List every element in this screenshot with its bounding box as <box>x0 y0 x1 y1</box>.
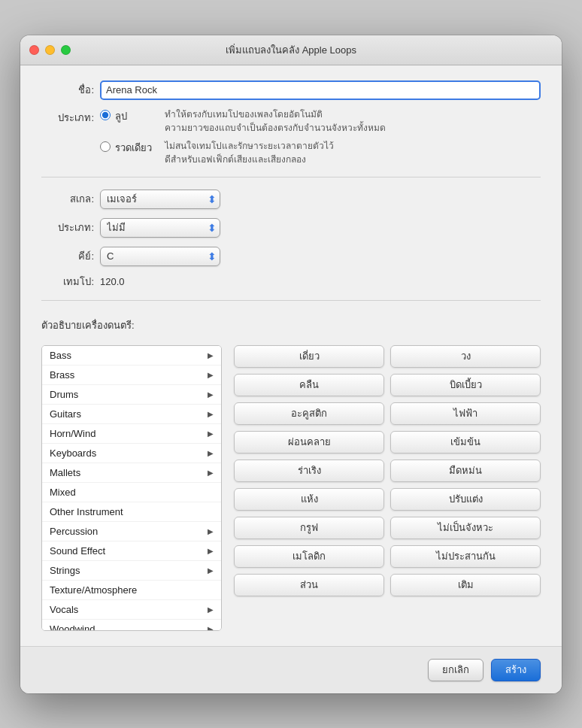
tag-button[interactable]: เข้มข้น <box>390 431 541 453</box>
instrument-item[interactable]: Bass▶ <box>42 346 221 366</box>
chevron-right-icon: ▶ <box>208 449 214 457</box>
instrument-item[interactable]: Other Instrument <box>42 502 221 522</box>
chevron-right-icon: ▶ <box>208 371 214 379</box>
tag-button[interactable]: บิดเบี้ยว <box>390 374 541 396</box>
key-label: คีย์: <box>41 248 94 264</box>
tag-button[interactable]: คลืน <box>234 374 384 396</box>
instrument-item[interactable]: Woodwind▶ <box>42 620 221 631</box>
tag-button[interactable]: อะคูสติก <box>234 402 384 425</box>
titlebar: เพิ่มแถบลงในคลัง Apple Loops <box>20 35 562 65</box>
tag-button[interactable]: ไฟฟ้า <box>390 402 541 425</box>
chevron-right-icon: ▶ <box>208 605 214 614</box>
scale-select[interactable]: เมเจอร์ ไมเนอร์ ทั้งหมด ไม่มี <box>100 190 220 209</box>
instrument-item[interactable]: Mixed <box>42 483 221 502</box>
instrument-item-label: Strings <box>50 565 80 576</box>
divider-2 <box>41 300 541 301</box>
oneshot-desc: ไม่สนใจเทมโปและรักษาระยะเวลาตายตัวไว้ ดี… <box>165 139 334 166</box>
bottom-bar: ยกเลิก สร้าง <box>20 646 562 693</box>
instrument-item[interactable]: Percussion▶ <box>42 522 221 541</box>
loop-radio-row: ลูป ทำให้ตรงกับเทมโปของเพลงโดยอัตโนมัติ … <box>100 108 386 135</box>
tempo-label: เทมโป: <box>41 274 94 290</box>
key-select-wrapper: C D E F G A B ⬍ <box>100 247 220 266</box>
instrument-item-label: Horn/Wind <box>50 428 95 439</box>
genre-label: ประเภท: <box>41 220 94 235</box>
app-window: เพิ่มแถบลงในคลัง Apple Loops ชื่อ: ประเภ… <box>20 35 562 693</box>
name-input[interactable] <box>100 80 541 100</box>
type-label: ประเภท: <box>41 110 94 126</box>
instrument-item-label: Keyboards <box>50 447 96 459</box>
chevron-right-icon: ▶ <box>208 566 214 575</box>
main-content: ชื่อ: ประเภท: ลูป ทำให้ตรงกับเทมโปของเพล… <box>20 65 562 646</box>
tag-button[interactable]: กรูฟ <box>234 517 384 539</box>
instrument-item-label: Mallets <box>50 467 80 478</box>
oneshot-radio-row: รวดเดียว ไม่สนใจเทมโปและรักษาระยะเวลาตาย… <box>100 139 386 166</box>
instrument-item-label: Brass <box>50 369 74 381</box>
genre-select[interactable]: ไม่มี ป็อป ร็อค แจ๊ส <box>100 218 220 238</box>
tag-button[interactable]: ไม่เป็นจังหวะ <box>390 517 541 539</box>
instrument-item[interactable]: Sound Effect▶ <box>42 541 221 561</box>
tag-button[interactable]: วง <box>390 345 541 368</box>
tag-button[interactable]: เดี่ยว <box>234 345 384 368</box>
instrument-item-label: Guitars <box>50 408 81 420</box>
instrument-item[interactable]: Strings▶ <box>42 561 221 581</box>
chevron-right-icon: ▶ <box>208 429 214 438</box>
window-title: เพิ่มแถบลงในคลัง Apple Loops <box>226 42 356 58</box>
key-select[interactable]: C D E F G A B <box>100 247 220 266</box>
name-row: ชื่อ: <box>41 80 541 100</box>
instrument-item-label: Drums <box>50 389 78 400</box>
tag-button[interactable]: แห้ง <box>234 488 384 511</box>
instrument-item-label: Woodwind <box>50 623 95 631</box>
tag-button[interactable]: ไม่ประสานกัน <box>390 545 541 568</box>
close-button[interactable] <box>29 45 39 55</box>
instrument-item-label: Percussion <box>50 526 98 537</box>
maximize-button[interactable] <box>61 45 71 55</box>
tag-button[interactable]: ผ่อนคลาย <box>234 431 384 453</box>
chevron-right-icon: ▶ <box>208 410 214 418</box>
chevron-right-icon: ▶ <box>208 527 214 535</box>
instrument-item[interactable]: Keyboards▶ <box>42 444 221 463</box>
loop-desc: ทำให้ตรงกับเทมโปของเพลงโดยอัตโนมัติ ความ… <box>165 108 386 135</box>
oneshot-label: รวดเดียว <box>115 140 160 156</box>
tags-grid: เดี่ยววงคลืนบิดเบี้ยวอะคูสติกไฟฟ้าผ่อนคล… <box>234 345 541 631</box>
cancel-button[interactable]: ยกเลิก <box>428 659 483 681</box>
genre-row: ประเภท: ไม่มี ป็อป ร็อค แจ๊ส ⬍ <box>41 218 541 238</box>
instrument-list[interactable]: Bass▶Brass▶Drums▶Guitars▶Horn/Wind▶Keybo… <box>41 345 222 631</box>
instruments-section-title: ตัวอธิบายเครื่องดนตรี: <box>41 317 541 333</box>
instrument-item-label: Texture/Atmosphere <box>50 584 137 596</box>
tag-button[interactable]: เมโลดิก <box>234 545 384 568</box>
chevron-right-icon: ▶ <box>208 469 214 477</box>
instrument-item-label: Sound Effect <box>50 545 105 557</box>
instrument-item-label: Other Instrument <box>50 506 123 517</box>
chevron-right-icon: ▶ <box>208 625 214 631</box>
chevron-right-icon: ▶ <box>208 547 214 555</box>
radio-group: ลูป ทำให้ตรงกับเทมโปของเพลงโดยอัตโนมัติ … <box>100 108 386 166</box>
instrument-item[interactable]: Drums▶ <box>42 385 221 405</box>
window-controls <box>29 45 71 55</box>
loop-radio[interactable] <box>100 110 111 120</box>
create-button[interactable]: สร้าง <box>491 659 541 681</box>
tag-button[interactable]: มืดหม่น <box>390 460 541 482</box>
tag-button[interactable]: ปรับแต่ง <box>390 488 541 511</box>
loop-label: ลูป <box>115 108 160 124</box>
oneshot-radio[interactable] <box>100 141 111 152</box>
tempo-row: เทมโป: 120.0 <box>41 274 541 290</box>
instrument-item[interactable]: Texture/Atmosphere <box>42 581 221 600</box>
minimize-button[interactable] <box>45 45 55 55</box>
chevron-right-icon: ▶ <box>208 390 214 399</box>
tag-button[interactable]: ร่าเริง <box>234 460 384 482</box>
type-section: ประเภท: ลูป ทำให้ตรงกับเทมโปของเพลงโดยอั… <box>41 108 541 166</box>
instrument-item[interactable]: Guitars▶ <box>42 405 221 424</box>
instrument-item[interactable]: Mallets▶ <box>42 463 221 483</box>
tag-button[interactable]: ส่วน <box>234 574 384 596</box>
tag-button[interactable]: เติม <box>390 574 541 596</box>
name-label: ชื่อ: <box>41 82 94 98</box>
instrument-item[interactable]: Vocals▶ <box>42 600 221 620</box>
scale-row: สเกล: เมเจอร์ ไมเนอร์ ทั้งหมด ไม่มี ⬍ <box>41 190 541 209</box>
chevron-right-icon: ▶ <box>208 351 214 359</box>
genre-select-wrapper: ไม่มี ป็อป ร็อค แจ๊ส ⬍ <box>100 218 220 238</box>
instrument-item-label: Vocals <box>50 604 78 615</box>
instrument-item[interactable]: Horn/Wind▶ <box>42 424 221 444</box>
scale-select-wrapper: เมเจอร์ ไมเนอร์ ทั้งหมด ไม่มี ⬍ <box>100 190 220 209</box>
instrument-item[interactable]: Brass▶ <box>42 366 221 385</box>
instrument-item-label: Mixed <box>50 487 76 498</box>
